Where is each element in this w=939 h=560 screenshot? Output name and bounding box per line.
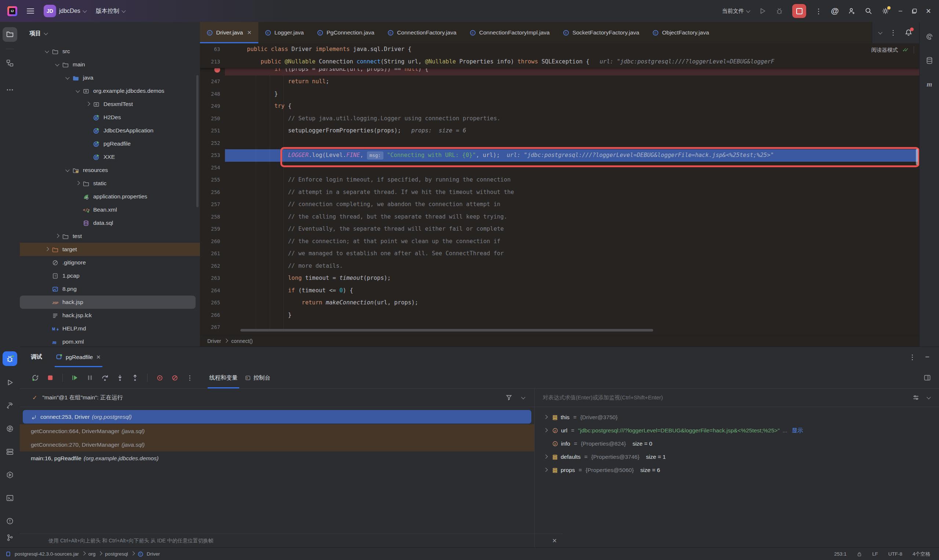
editor-tab-logger-java[interactable]: CLogger.java	[258, 22, 310, 43]
variable-row-url[interactable]: purl="jdbc:postgresql:///?loggerLevel=DE…	[535, 424, 939, 437]
code-line-265[interactable]: 265 return makeConnection(url, props);	[200, 297, 919, 309]
settings-gear-icon[interactable]	[881, 7, 890, 15]
code-line-260[interactable]: 260 // the connection; at that point we …	[200, 235, 919, 248]
code-line-252[interactable]: 252	[200, 137, 919, 150]
tab-options-icon[interactable]: ⋮	[890, 29, 896, 37]
status-library[interactable]: postgresql-42.3.0-sources.jar	[15, 551, 79, 557]
chevron-right-icon[interactable]	[543, 454, 547, 458]
tree-item-target[interactable]: target	[20, 243, 200, 256]
code-text[interactable]: public @Nullable Connection connect(Stri…	[225, 56, 919, 68]
chevron-down-icon[interactable]	[65, 75, 69, 79]
editor-tab-connectionfactory-java[interactable]: CConnectionFactory.java	[381, 22, 463, 43]
status-path-org[interactable]: org	[88, 551, 96, 557]
code-line-266[interactable]: 266 }	[200, 309, 919, 322]
code-text[interactable]: return makeConnection(url, props);	[225, 297, 919, 309]
tree-item-hack-jsp-lck[interactable]: hack.jsp.lck	[20, 309, 200, 322]
stack-frame-row[interactable]: getConnection:270, DriverManager(java.sq…	[20, 438, 534, 451]
terminal-tool-icon[interactable]	[3, 491, 17, 505]
code-line-267[interactable]: 267	[200, 321, 919, 334]
project-tool-icon[interactable]	[3, 27, 17, 42]
file-encoding[interactable]: UTF-8	[888, 551, 902, 557]
code-text[interactable]: // connection completing, we abandon the…	[225, 198, 919, 211]
chevron-right-icon[interactable]	[76, 181, 80, 185]
ai-assistant-icon[interactable]: @	[831, 6, 839, 16]
watch-settings-icon[interactable]	[913, 394, 919, 401]
tree-item-java[interactable]: java	[20, 71, 200, 85]
run-configuration-selector[interactable]: 当前文件	[722, 8, 750, 15]
variable-row-info[interactable]: pinfo={Properties@824}size = 0	[535, 437, 939, 450]
close-icon[interactable]: ✕	[247, 29, 252, 36]
code-text[interactable]: }	[225, 309, 919, 322]
build-tool-icon[interactable]	[3, 398, 17, 413]
code-text[interactable]: // the connection; at that point we clea…	[225, 235, 919, 248]
more-tool-windows-icon[interactable]	[3, 83, 17, 97]
code-text[interactable]: long timeout = timeout(props);	[225, 272, 919, 285]
minimize-tool-window-icon[interactable]: −	[925, 353, 930, 361]
code-line-250[interactable]: 250 // Setup java.util.logging.Logger us…	[200, 112, 919, 125]
code-line-256[interactable]: 256 // attempt in a separate thread. If …	[200, 186, 919, 199]
hidden-tabs-chevron-icon[interactable]	[878, 30, 882, 34]
tree-item-test[interactable]: test	[20, 229, 200, 243]
code-line-264[interactable]: 264 if (timeout <= 0) {	[200, 285, 919, 297]
code-line-258[interactable]: 258 // the calling thread, but the separ…	[200, 211, 919, 223]
tree-item-desxmltest[interactable]: DesxmlTest	[20, 98, 200, 111]
maven-tool-icon[interactable]: m	[922, 77, 937, 92]
editor-tab-socketfactoryfactory-java[interactable]: CSocketFactoryFactory.java	[556, 22, 646, 43]
chevron-right-icon[interactable]	[86, 102, 90, 106]
code-text[interactable]: try {	[225, 100, 919, 112]
chevron-down-icon[interactable]	[521, 395, 525, 399]
chevron-right-icon[interactable]	[45, 247, 49, 251]
tree-item-pom-xml[interactable]: mpom.xml	[20, 335, 200, 346]
tree-item-main[interactable]: main	[20, 58, 200, 71]
git-tool-icon[interactable]	[3, 530, 17, 545]
code-text[interactable]: public class Driver implements java.sql.…	[225, 43, 919, 56]
reader-mode-label[interactable]: 阅读器模式	[871, 46, 898, 54]
code-text[interactable]: // Eventually, the separate thread will …	[225, 223, 919, 235]
readonly-lock-icon[interactable]	[857, 552, 862, 557]
chevron-down-icon[interactable]	[76, 88, 80, 92]
code-line-249[interactable]: 249 try {	[200, 100, 919, 112]
watch-input-placeholder[interactable]: 对表达式求值(Enter)或添加监视(Ctrl+Shift+Enter)	[543, 394, 663, 401]
chevron-right-icon[interactable]	[543, 468, 547, 472]
line-number[interactable]	[200, 68, 225, 75]
tree-item-org-example-jdbcdes-demos[interactable]: org.example.jdbcdes.demos	[20, 85, 200, 98]
window-maximize-button[interactable]	[911, 8, 917, 14]
variable-row-this[interactable]: this={Driver@3750}	[535, 411, 939, 424]
indent-setting[interactable]: 4个空格	[913, 551, 930, 557]
breadcrumb-method[interactable]: connect()	[231, 338, 253, 344]
code-text[interactable]	[225, 321, 919, 334]
code-line-254[interactable]: 254	[200, 162, 919, 174]
tree-item-src[interactable]: src	[20, 45, 200, 58]
code-line-261[interactable]: 261 // we managed to establish one after…	[200, 248, 919, 260]
layout-settings-icon[interactable]	[923, 373, 939, 382]
editor-tab-pgconnection-java[interactable]: CPgConnection.java	[310, 22, 381, 43]
more-actions-icon[interactable]: ⋮	[815, 7, 822, 15]
tree-item-bean-xml[interactable]: </>Bean.xml	[20, 203, 200, 216]
code-line-257[interactable]: 257 // connection completing, we abandon…	[200, 198, 919, 211]
code-text[interactable]: if ((props = parseURL(url, props)) == nu…	[225, 68, 919, 75]
code-text[interactable]: // Setup java.util.logging.Logger using …	[225, 112, 919, 125]
debug-icon[interactable]	[776, 7, 783, 15]
caret-position[interactable]: 253:1	[834, 551, 846, 557]
tree-item-pgreadfile[interactable]: pgReadfile	[20, 137, 200, 150]
project-widget[interactable]: JD jdbcDes	[44, 5, 86, 17]
view-breakpoints-button[interactable]	[155, 373, 164, 382]
tree-item-help-md[interactable]: MHELP.md	[20, 322, 200, 335]
breakpoint-dot-icon[interactable]	[214, 68, 220, 72]
debug-options-icon[interactable]: ⋮	[909, 353, 916, 361]
tree-item-1-pcap[interactable]: ?1.pcap	[20, 269, 200, 282]
code-line-213[interactable]: 213 public @Nullable Connection connect(…	[200, 56, 919, 68]
inspection-ok-icon[interactable]: ✓✓	[902, 46, 909, 53]
notifications-bell-icon[interactable]	[905, 29, 913, 37]
code-line-248[interactable]: 248 }	[200, 88, 919, 100]
code-line-breakpoint[interactable]: if ((props = parseURL(url, props)) == nu…	[200, 68, 919, 75]
tree-item-h2des[interactable]: H2Des	[20, 111, 200, 124]
stack-frame-row[interactable]: connect:253, Driver(org.postgresql)	[23, 410, 531, 423]
tree-item-application-properties[interactable]: application.properties	[20, 190, 200, 203]
code-line-255[interactable]: 255 // Enforce login timeout, if specifi…	[200, 174, 919, 186]
run-icon[interactable]	[759, 7, 766, 15]
code-text[interactable]	[225, 162, 919, 174]
mute-breakpoints-button[interactable]	[170, 373, 179, 382]
code-line-251[interactable]: 251 setupLoggerFromProperties(props); pr…	[200, 125, 919, 137]
resume-button[interactable]	[71, 373, 79, 382]
